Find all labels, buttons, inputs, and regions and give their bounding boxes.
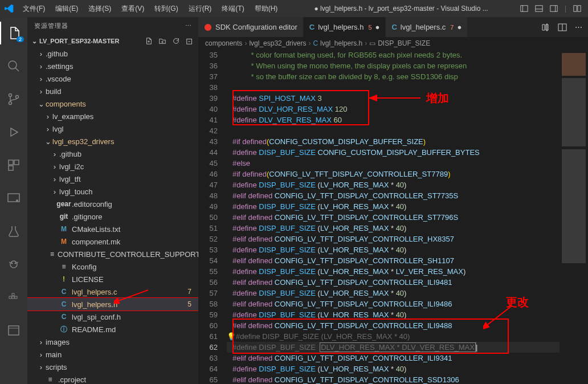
tree-item[interactable]: ⓘREADME.md — [27, 323, 198, 336]
tree-item[interactable]: ›.github — [27, 47, 198, 60]
code-line[interactable]: #define DLV_VER_RES_MAX 60 — [227, 115, 560, 125]
collapse-all-icon[interactable] — [186, 37, 194, 45]
activity-extensions[interactable] — [0, 154, 27, 177]
line-number[interactable]: 44 — [198, 147, 218, 158]
tree-item[interactable]: ›lv_examples — [27, 110, 198, 122]
line-gutter[interactable]: 3536373839404142434445464748495051525354… — [198, 50, 227, 384]
sidebar-actions[interactable]: ⋯ — [185, 22, 191, 30]
breadcrumb[interactable]: components› lvgl_esp32_drivers› C lvgl_h… — [198, 37, 588, 50]
code-line[interactable]: #define DISP_BUF_SIZE (LV_HOR_RES_MAX * … — [227, 266, 560, 277]
line-number[interactable]: 57 — [198, 288, 218, 299]
code-line[interactable]: #elif defined CONFIG_LV_TFT_DISPLAY_CONT… — [227, 299, 560, 309]
breadcrumb-item[interactable]: lvgl_esp32_drivers — [249, 39, 306, 47]
breadcrumb-item[interactable]: components — [205, 39, 242, 47]
code-line[interactable]: #define DISP_BUF_SIZE (LV_HOR_RES_MAX * … — [227, 179, 560, 190]
lightbulb-icon[interactable]: 💡 — [227, 332, 236, 341]
tree-item[interactable]: ≡.cproject — [27, 373, 198, 384]
activity-remote[interactable] — [0, 187, 27, 210]
menu-edit[interactable]: 编辑(E) — [51, 2, 83, 16]
code-line[interactable]: #if defined(CONFIG_LV_TFT_DISPLAY_CONTRO… — [227, 169, 560, 179]
code-line[interactable]: #define DLV_HOR_RES_MAX 120 — [227, 104, 560, 115]
code-line[interactable]: #define DISP_BUF_SIZE CONFIG_CUSTOM_DISP… — [227, 147, 560, 158]
tree-item[interactable]: ›main — [27, 348, 198, 361]
line-number[interactable]: 39 — [198, 93, 218, 104]
line-number[interactable]: 35 — [198, 50, 218, 60]
activity-espressif[interactable] — [0, 319, 27, 342]
line-number[interactable]: 52 — [198, 234, 218, 244]
breadcrumb-item[interactable]: lvgl_helpers.h — [320, 39, 362, 47]
activity-run-debug[interactable] — [0, 121, 27, 144]
code-line[interactable]: #define DISP_BUF_SIZE DLV_HOR_RES_MAX * … — [227, 342, 560, 353]
tree-item[interactable]: gear.editorconfig — [27, 198, 198, 210]
file-tree[interactable]: ›.github›.settings›.vscode›build⌄compone… — [27, 47, 198, 384]
tree-item[interactable]: Clvgl_helpers.h5 — [27, 298, 198, 311]
line-number[interactable]: 50 — [198, 212, 218, 223]
tree-item[interactable]: git.gitignore — [27, 210, 198, 223]
tab-lvgl-helpers-c[interactable]: C lvgl_helpers.c 7 ● — [386, 17, 468, 37]
activity-docker[interactable] — [0, 286, 27, 309]
line-number[interactable]: 60 — [198, 320, 218, 331]
code-line[interactable]: * When using the mono theme, the display… — [227, 60, 560, 71]
line-number[interactable]: 42 — [198, 125, 218, 136]
minimap[interactable] — [560, 50, 588, 384]
line-number[interactable]: 61 — [198, 331, 218, 342]
tree-item[interactable]: ›.settings — [27, 60, 198, 72]
code-line[interactable]: #define DISP_BUF_SIZE (LV_HOR_RES_MAX * … — [227, 244, 560, 255]
activity-search[interactable] — [0, 55, 27, 77]
code-line[interactable]: * color format being used, for RGB565 ea… — [227, 50, 560, 60]
code-line[interactable]: * so the buffer size can be divided by 8… — [227, 71, 560, 82]
code-line[interactable]: #elif defined CONFIG_LV_TFT_DISPLAY_CONT… — [227, 255, 560, 266]
compare-icon[interactable] — [541, 23, 550, 32]
tree-item[interactable]: Clvgl_helpers.c7 — [27, 285, 198, 298]
line-number[interactable]: 36 — [198, 60, 218, 71]
line-number[interactable]: 62 — [198, 342, 218, 353]
line-number[interactable]: 54 — [198, 255, 218, 266]
tree-item[interactable]: ›scripts — [27, 361, 198, 373]
more-actions-icon[interactable]: ⋯ — [575, 23, 582, 31]
activity-explorer[interactable]: 2 — [0, 22, 27, 44]
code-line[interactable] — [227, 82, 560, 93]
menu-help[interactable]: 帮助(H) — [250, 2, 283, 16]
sidebar-root-folder[interactable]: ⌄ LV_PORT_ESP32-MASTER — [27, 35, 198, 47]
code-line[interactable]: #define DISP_BUF_SIZE (LV_HOR_RES_MAX * … — [227, 288, 560, 299]
line-number[interactable]: 65 — [198, 374, 218, 384]
menu-terminal[interactable]: 终端(T) — [217, 2, 248, 16]
code-line[interactable]: #define DISP_BUF_SIZE (LV_HOR_RES_MAX * … — [227, 223, 560, 234]
line-number[interactable]: 46 — [198, 169, 218, 179]
tree-item[interactable]: ›lvgl_i2c — [27, 160, 198, 173]
line-number[interactable]: 45 — [198, 158, 218, 169]
code-line[interactable]: #else — [227, 158, 560, 169]
menu-view[interactable]: 查看(V) — [117, 2, 149, 16]
new-folder-icon[interactable] — [158, 37, 166, 45]
code-line[interactable]: #elif defined CONFIG_LV_TFT_DISPLAY_CONT… — [227, 277, 560, 288]
line-number[interactable]: 56 — [198, 277, 218, 288]
refresh-icon[interactable] — [172, 37, 180, 45]
tree-item[interactable]: ›.github — [27, 148, 198, 160]
tree-item[interactable]: MCMakeLists.txt — [27, 223, 198, 235]
tree-item[interactable]: ›lvgl_touch — [27, 185, 198, 198]
tree-item[interactable]: !LICENSE — [27, 273, 198, 285]
code-editor[interactable]: 3536373839404142434445464748495051525354… — [198, 50, 588, 384]
code-line[interactable]: #elif defined CONFIG_LV_TFT_DISPLAY_CONT… — [227, 320, 560, 331]
code-line[interactable]: #define DISP_BUF_SIZE (LV_HOR_RES_MAX * … — [227, 363, 560, 374]
line-number[interactable]: 38 — [198, 82, 218, 93]
tree-item[interactable]: ⌄components — [27, 97, 198, 110]
tree-item[interactable]: ≡Kconfig — [27, 260, 198, 273]
menu-run[interactable]: 运行(R) — [184, 2, 217, 16]
split-editor-icon[interactable] — [558, 23, 567, 32]
line-number[interactable]: 43 — [198, 136, 218, 147]
layout-right-icon[interactable] — [550, 5, 558, 13]
tree-item[interactable]: ›build — [27, 85, 198, 97]
line-number[interactable]: 37 — [198, 71, 218, 82]
code-line[interactable]: #define DISP_BUF_SIZE (LV_HOR_RES_MAX * … — [227, 309, 560, 320]
breadcrumb-item[interactable]: DISP_BUF_SIZE — [378, 39, 430, 47]
activity-platformio[interactable] — [0, 253, 27, 276]
code-line[interactable]: #elif defined CONFIG_LV_TFT_DISPLAY_CONT… — [227, 190, 560, 201]
new-file-icon[interactable] — [145, 37, 153, 45]
code-line[interactable]: 💡#define DISP_BUF_SIZE (LV_HOR_RES_MAX *… — [227, 331, 560, 342]
line-number[interactable]: 63 — [198, 353, 218, 363]
line-number[interactable]: 40 — [198, 104, 218, 115]
code-line[interactable]: #elif defined CONFIG_LV_TFT_DISPLAY_CONT… — [227, 212, 560, 223]
menu-file[interactable]: 文件(F) — [18, 2, 50, 16]
line-number[interactable]: 53 — [198, 244, 218, 255]
